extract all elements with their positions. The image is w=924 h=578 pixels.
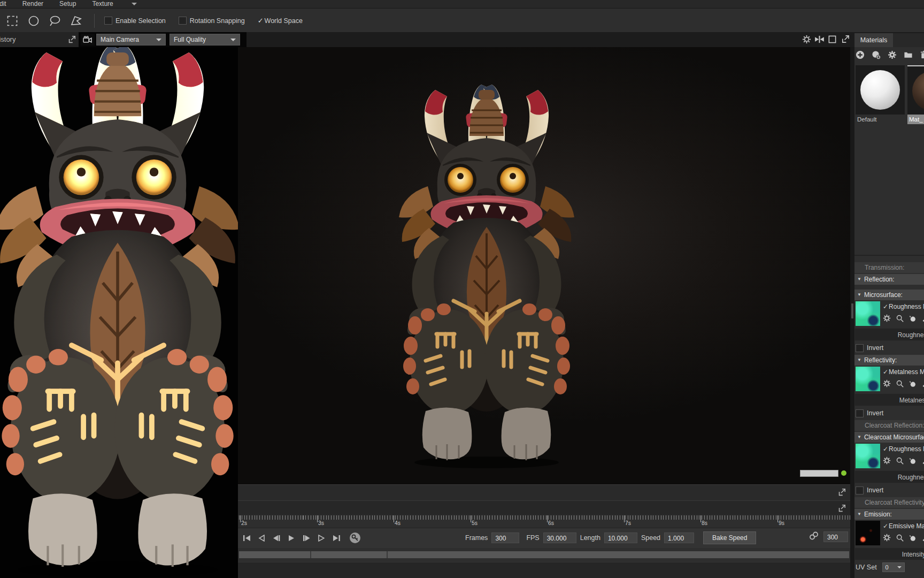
quality-select-dropdown[interactable]: Full Quality [170,34,240,45]
intensity-slider[interactable]: Intensity [854,547,924,560]
play-button[interactable] [286,533,297,543]
uv-set-dropdown[interactable]: 0 [882,562,905,572]
timeline-ruler[interactable]: 2s 3s 4s 5s 6s 7s 8s 9s [238,515,850,528]
roughness-slider[interactable]: Roughness [854,328,924,341]
material-label: Mat_ [907,115,924,124]
length-field[interactable]: 10.000 [604,533,637,543]
pen-icon[interactable] [921,314,924,322]
pen-icon[interactable] [921,457,924,465]
end-frame-field[interactable]: 300 [823,531,848,542]
toolbar-divider [94,14,95,28]
section-clearcoat-microsurface[interactable]: ▼ Clearcoat Microsurface: [854,432,924,443]
speed-field[interactable]: 1.000 [664,533,694,543]
enable-selection-checkbox[interactable] [104,17,112,25]
step-back-button[interactable] [271,533,282,543]
metalness-slider[interactable]: Metalness [854,393,924,406]
maximize-icon[interactable] [828,35,837,44]
section-emission[interactable]: ▼ Emission: [854,509,924,520]
camera-select-dropdown[interactable]: Main Camera [96,34,166,45]
map-check: ✓ [883,303,888,310]
map-name: ✓Emissive Map [883,522,924,530]
sphere-preview-icon[interactable] [908,534,917,542]
section-reflection[interactable]: ▼ Reflection: [854,274,924,285]
lasso-select-tool-icon[interactable] [47,13,63,29]
trash-icon[interactable] [920,50,924,59]
play-reverse-button[interactable] [256,533,267,543]
invert-checkbox[interactable] [856,409,864,417]
chevron-down-icon [897,566,902,568]
link-icon[interactable] [809,531,819,542]
map-label: Emissive Map [889,522,924,530]
track-popout-icon[interactable] [837,504,846,513]
materials-tab[interactable]: Materials [854,33,893,47]
menu-item-render[interactable]: Render [22,0,43,8]
pen-icon[interactable] [921,534,924,542]
go-end-button[interactable] [331,533,342,543]
quality-select-value: Full Quality [174,36,206,43]
pen-icon[interactable] [921,379,924,387]
section-title: Reflection: [864,274,895,285]
menu-item-edit[interactable]: Edit [0,0,6,8]
section-reflectivity[interactable]: ▼ Reflectivity: [854,355,924,366]
gear-icon[interactable] [883,457,891,465]
split-view-icon[interactable] [815,35,824,44]
play-alt-button[interactable] [316,533,327,543]
sphere-preview-icon[interactable] [908,379,917,387]
material-swatch-default[interactable]: Default [856,65,905,124]
history-popout-icon[interactable] [67,35,76,44]
menu-item-texture[interactable]: Texture [92,0,113,8]
selection-toolbar: Enable Selection Rotation Snapping ✓ Wor… [0,8,924,33]
bake-speed-button[interactable]: Bake Speed [703,531,756,544]
rotation-snapping-checkbox[interactable] [179,17,187,25]
duplicate-material-icon[interactable] [872,50,881,59]
section-microsurface[interactable]: ▼ Microsurface: [854,290,924,300]
search-icon[interactable] [896,534,904,542]
sphere-preview-icon[interactable] [908,314,917,322]
material-swatch-selected[interactable]: Mat_ [907,65,924,124]
emissive-texture-thumb[interactable] [856,521,880,545]
add-keyframe-button[interactable] [349,532,361,544]
menu-overflow-arrow-icon[interactable] [132,3,137,5]
folder-icon[interactable] [904,50,913,59]
materials-panel-splitter[interactable] [850,47,854,578]
splitter-scroll-thumb[interactable] [851,303,853,318]
gear-icon[interactable] [883,379,891,387]
viewport-3d[interactable] [238,47,850,484]
search-icon[interactable] [896,379,904,387]
world-space-checkmark: ✓ [258,17,264,25]
go-start-button[interactable] [241,533,252,543]
invert-checkbox[interactable] [856,486,864,495]
camera-icon[interactable] [81,34,95,45]
gear-icon[interactable] [883,534,891,542]
ellipse-select-tool-icon[interactable] [26,13,42,29]
enable-selection-toggle[interactable]: Enable Selection [104,17,166,25]
section-clearcoat-reflectivity[interactable]: Clearcoat Reflectivity: [854,497,924,508]
viewport-settings-gear-icon[interactable] [802,35,811,44]
viewport-popout-icon[interactable] [841,35,850,44]
rect-select-tool-icon[interactable] [4,13,20,29]
search-icon[interactable] [896,457,904,465]
clearcoat-roughness-texture-thumb[interactable] [856,444,880,468]
gear-icon[interactable] [883,314,891,322]
add-material-icon[interactable] [856,50,865,59]
frames-field[interactable]: 300 [491,533,519,543]
step-forward-button[interactable] [301,533,312,543]
fps-field[interactable]: 30.000 [543,533,576,543]
section-clearcoat-reflection[interactable]: Clearcoat Reflection: [854,420,924,431]
clearcoat-roughness-slider[interactable]: Roughness [854,470,924,483]
sphere-preview-icon[interactable] [908,457,917,465]
ruler-label: 5s [472,520,478,526]
timeline-scrollbar[interactable] [239,551,849,558]
search-icon[interactable] [896,314,904,322]
roughness-texture-thumb[interactable] [856,301,880,326]
menu-item-setup[interactable]: Setup [59,0,76,8]
polygon-lasso-tool-icon[interactable] [68,13,84,29]
rotation-snapping-toggle[interactable]: Rotation Snapping [179,17,245,25]
invert-checkbox[interactable] [856,344,864,352]
material-settings-gear-icon[interactable] [888,50,897,59]
track-popout-icon[interactable] [837,488,846,497]
enable-selection-label: Enable Selection [116,17,166,25]
world-space-toggle[interactable]: ✓ World Space [258,17,303,25]
metalness-texture-thumb[interactable] [856,367,880,391]
section-transmission[interactable]: Transmission: [854,262,924,273]
